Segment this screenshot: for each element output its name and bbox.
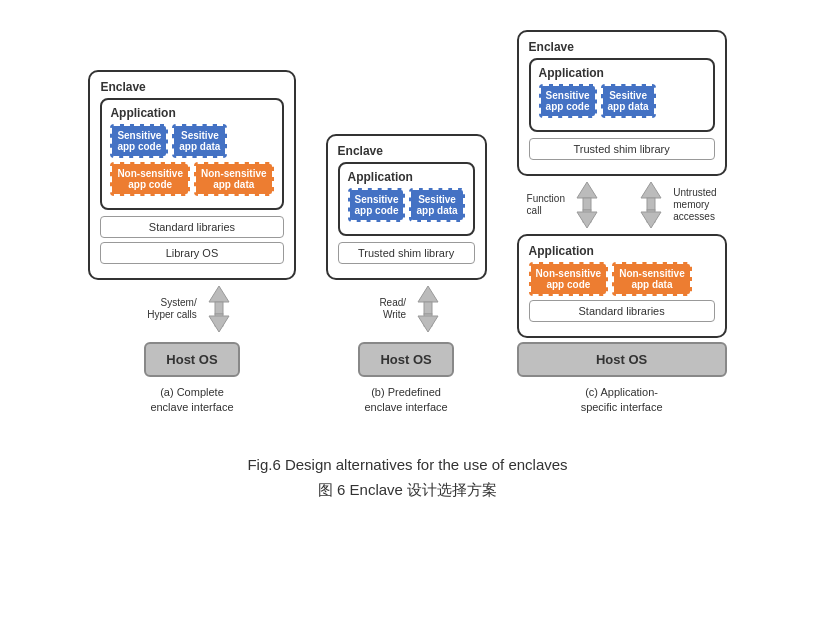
col-a-sensitive-data: Sesitive app data xyxy=(172,124,227,158)
col-c-app-top: Application Sensitive app code Sesitive … xyxy=(529,58,715,132)
col-b-arrow-container: Read/ Write xyxy=(366,284,446,334)
col-c-left-arrow-svg xyxy=(569,180,605,230)
col-b-sensitive-data: Sesitive app data xyxy=(409,188,464,222)
col-b-caption: (b) Predefined enclave interface xyxy=(364,385,447,416)
col-c: Enclave Application Sensitive app code S… xyxy=(517,30,727,416)
col-a-app-box: Application Sensitive app code Sesitive … xyxy=(100,98,283,210)
col-a-caption: (a) Complete enclave interface xyxy=(150,385,233,416)
col-a-arrow-container: System/ Hyper calls xyxy=(147,284,236,334)
col-c-nonsensitive-code: Non-sensitive app code xyxy=(529,262,609,296)
col-b-sensitive-code: Sensitive app code xyxy=(348,188,406,222)
col-a-standard-libs: Standard libraries xyxy=(100,216,283,238)
col-a-enclave-label: Enclave xyxy=(100,80,283,94)
col-a-sensitive-code: Sensitive app code xyxy=(110,124,168,158)
col-c-row1: Sensitive app code Sesitive app data xyxy=(539,84,705,118)
col-b-app-box: Application Sensitive app code Sesitive … xyxy=(338,162,475,236)
col-a-app-label: Application xyxy=(110,106,273,120)
col-c-top-enclave: Enclave Application Sensitive app code S… xyxy=(517,30,727,176)
svg-marker-11 xyxy=(577,212,597,228)
col-a-nonsensitive-data: Non-sensitive app data xyxy=(194,162,274,196)
svg-rect-1 xyxy=(215,302,223,314)
col-c-sensitive-data: Sesitive app data xyxy=(601,84,656,118)
col-b-host-os: Host OS xyxy=(358,342,453,377)
svg-marker-0 xyxy=(209,286,229,302)
col-c-sensitive-code: Sensitive app code xyxy=(539,84,597,118)
svg-rect-9 xyxy=(583,198,591,210)
col-c-app-top-label: Application xyxy=(539,66,705,80)
col-c-caption: (c) Application- specific interface xyxy=(581,385,663,416)
figure-caption: Fig.6 Design alternatives for the use of… xyxy=(247,452,567,503)
col-a-double-arrow xyxy=(201,284,237,334)
fig-caption-en: Fig.6 Design alternatives for the use of… xyxy=(247,452,567,478)
svg-marker-8 xyxy=(577,182,597,198)
col-a-nonsensitive-code: Non-sensitive app code xyxy=(110,162,190,196)
col-b-arrow-label: Read/ Write xyxy=(366,297,406,321)
col-c-bottom-app: Application Non-sensitive app code Non-s… xyxy=(517,234,727,338)
col-c-memory-access: Untrusted memory accesses xyxy=(633,180,716,230)
col-c-mem-label: Untrusted memory accesses xyxy=(673,187,716,223)
col-a-arrow-svg xyxy=(201,284,237,334)
col-c-right-arrow-svg xyxy=(633,180,669,230)
col-b-double-arrow xyxy=(410,284,446,334)
col-c-trusted-shim: Trusted shim library xyxy=(529,138,715,160)
col-c-standard-libs: Standard libraries xyxy=(529,300,715,322)
col-c-host-os: Host OS xyxy=(517,342,727,377)
svg-marker-7 xyxy=(418,316,438,332)
svg-marker-15 xyxy=(641,212,661,228)
col-a-row2: Non-sensitive app code Non-sensitive app… xyxy=(110,162,273,196)
col-b-app-label: Application xyxy=(348,170,465,184)
col-a-enclave-box: Enclave Application Sensitive app code S… xyxy=(88,70,295,280)
col-a-library-os: Library OS xyxy=(100,242,283,264)
col-c-split: Enclave Application Sensitive app code S… xyxy=(517,30,727,416)
svg-rect-13 xyxy=(647,198,655,210)
col-c-enclave-label: Enclave xyxy=(529,40,715,54)
diagram-area: Enclave Application Sensitive app code S… xyxy=(20,20,795,436)
col-c-arrows: Function call U xyxy=(517,180,727,230)
col-b-enclave-box: Enclave Application Sensitive app code S… xyxy=(326,134,487,280)
col-b: Enclave Application Sensitive app code S… xyxy=(326,134,487,416)
col-c-nonsensitive-data: Non-sensitive app data xyxy=(612,262,692,296)
svg-marker-3 xyxy=(209,316,229,332)
svg-marker-4 xyxy=(418,286,438,302)
col-c-row2: Non-sensitive app code Non-sensitive app… xyxy=(529,262,715,296)
col-b-row1: Sensitive app code Sesitive app data xyxy=(348,188,465,222)
col-a-row1: Sensitive app code Sesitive app data xyxy=(110,124,273,158)
col-c-func-call: Function call xyxy=(527,180,605,230)
col-a-host-os: Host OS xyxy=(144,342,239,377)
svg-marker-12 xyxy=(641,182,661,198)
col-b-enclave-label: Enclave xyxy=(338,144,475,158)
col-a: Enclave Application Sensitive app code S… xyxy=(88,70,295,416)
col-b-trusted-shim: Trusted shim library xyxy=(338,242,475,264)
col-a-arrow-label: System/ Hyper calls xyxy=(147,297,196,321)
col-c-func-label: Function call xyxy=(527,193,565,217)
col-c-app-bottom-label: Application xyxy=(529,244,715,258)
fig-caption-zh: 图 6 Enclave 设计选择方案 xyxy=(247,477,567,503)
svg-rect-5 xyxy=(424,302,432,314)
col-b-arrow-svg xyxy=(410,284,446,334)
